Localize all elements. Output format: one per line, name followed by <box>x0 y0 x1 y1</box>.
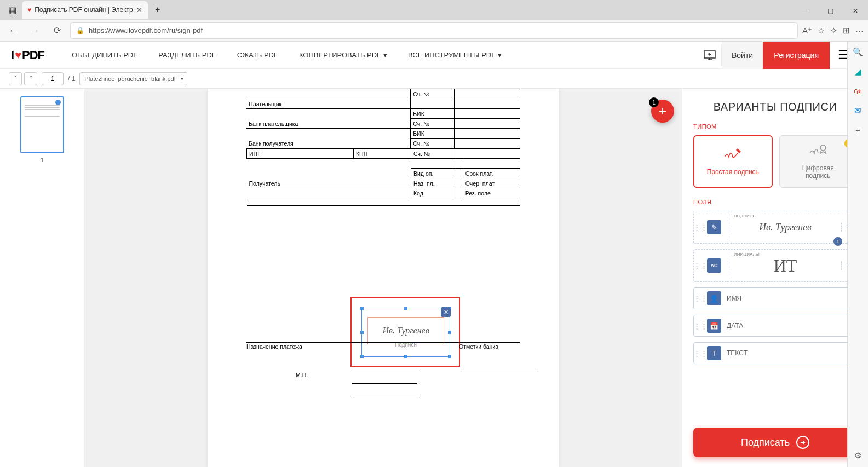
field-name[interactable]: ⋮⋮ 👤 ИМЯ <box>693 287 857 309</box>
window-close-icon[interactable]: ✕ <box>843 2 868 20</box>
heart-icon: ♥ <box>15 49 21 61</box>
nav-compress[interactable]: СЖАТЬ PDF <box>237 51 278 59</box>
text-field-icon: T <box>707 346 721 360</box>
resize-handle[interactable] <box>448 331 451 334</box>
page-up-button[interactable]: ˄ <box>9 72 22 85</box>
field-signature[interactable]: ⋮⋮ ✎ ПОДПИСЬ Ив. Тургенев ✎ 1 <box>693 211 857 244</box>
drag-handle-icon[interactable]: ⋮⋮ <box>694 322 707 330</box>
shopping-icon[interactable]: 🛍 <box>854 87 862 96</box>
cell-rez: Рез. поле <box>463 188 520 198</box>
nav-convert[interactable]: КОНВЕРТИРОВАТЬ PDF▾ <box>299 51 387 59</box>
certificate-icon <box>809 143 827 160</box>
url-input[interactable]: 🔒 https://www.ilovepdf.com/ru/sign-pdf <box>70 22 798 39</box>
field-date[interactable]: ⋮⋮ 📅 ДАТА <box>693 315 857 337</box>
remove-signature-icon[interactable]: ✕ <box>441 307 451 317</box>
field-initials[interactable]: ⋮⋮ AC ИНИЦИАЛЫ ИТ ✎ <box>693 249 857 282</box>
resize-handle[interactable] <box>360 331 364 334</box>
type-digital-label-1: Цифровая <box>802 164 834 172</box>
window-maximize-icon[interactable]: ▢ <box>818 2 843 20</box>
text-field-label: ТЕКСТ <box>727 349 748 357</box>
desktop-app-icon[interactable] <box>699 44 722 66</box>
drag-handle-icon[interactable]: ⋮⋮ <box>694 262 707 270</box>
drag-handle-icon[interactable]: ⋮⋮ <box>694 295 707 303</box>
file-name: Platezhnoe_poruchenie_blank.pdf <box>84 76 175 82</box>
file-selector[interactable]: Platezhnoe_poruchenie_blank.pdf <box>79 72 187 85</box>
drag-handle-icon[interactable]: ⋮⋮ <box>694 223 707 232</box>
add-sidebar-icon[interactable]: + <box>855 125 860 135</box>
outlook-icon[interactable]: ✉ <box>854 106 861 116</box>
new-tab-button[interactable]: + <box>150 2 165 18</box>
name-field-icon: 👤 <box>707 291 721 305</box>
cell-inn: ИНН <box>247 149 354 159</box>
fab-badge: 1 <box>649 97 659 107</box>
initials-preview-text: ИТ <box>774 256 797 276</box>
thumbnail-number: 1 <box>41 157 44 163</box>
site-logo[interactable]: I ♥ PDF <box>11 48 44 62</box>
cell-vid-op: Вид оп. <box>411 169 455 178</box>
canvas-area[interactable]: Сч. № Плательщик Банк плательщикаБИК Сч.… <box>85 89 682 467</box>
initials-field-label: ИНИЦИАЛЫ <box>734 252 760 257</box>
type-digital-label-2: подпись <box>802 172 834 180</box>
cell-payee-bank: Банк получателя <box>246 129 411 148</box>
sign-button[interactable]: Подписать ➜ <box>693 428 857 457</box>
register-button[interactable]: Регистрация <box>763 42 830 69</box>
back-button[interactable]: ← <box>4 22 22 39</box>
cell-kpp: КПП <box>354 149 411 159</box>
date-field-label: ДАТА <box>727 322 743 330</box>
extensions-icon[interactable]: ⊞ <box>843 26 850 36</box>
type-digital-signature[interactable]: ★ Цифровая подпись <box>779 135 858 188</box>
field-text[interactable]: ⋮⋮ T ТЕКСТ <box>693 342 857 364</box>
resize-handle[interactable] <box>360 307 364 310</box>
read-aloud-icon[interactable]: A⁺ <box>802 26 812 36</box>
cell-naz-pl: Наз. пл. <box>411 178 455 188</box>
nav-split[interactable]: РАЗДЕЛИТЬ PDF <box>158 51 216 59</box>
refresh-button[interactable]: ⟳ <box>48 22 66 39</box>
thumbnail-panel: 1 <box>0 89 85 467</box>
cell-payee: Получатель <box>247 159 411 188</box>
svg-point-1 <box>820 145 826 151</box>
page-down-button[interactable]: ˅ <box>24 72 37 85</box>
drag-handle-icon[interactable]: ⋮⋮ <box>694 349 707 358</box>
workspace: 1 Сч. № Плательщик Банк плательщикаБИК С… <box>0 89 868 467</box>
type-simple-signature[interactable]: Простая подпись <box>693 135 773 188</box>
favicon-icon: ♥ <box>27 6 31 14</box>
options-panel: ВАРИАНТЫ ПОДПИСИ ТИПОМ Простая подпись ★… <box>682 89 868 467</box>
cell-payer: Плательщик <box>246 99 411 109</box>
collections-icon[interactable]: ✧ <box>830 26 837 36</box>
cell-sch-no-4: Сч. № <box>411 149 455 159</box>
browser-addressbar: ← → ⟳ 🔒 https://www.ilovepdf.com/ru/sign… <box>0 20 868 42</box>
signature-pen-icon <box>723 147 742 164</box>
page-total: / 1 <box>68 75 75 83</box>
label-bank-marks: Отметки банка <box>459 343 498 350</box>
nav-alltools[interactable]: ВСЕ ИНСТРУМЕНТЫ PDF▾ <box>408 51 502 59</box>
resize-handle[interactable] <box>404 307 407 310</box>
pdf-page[interactable]: Сч. № Плательщик Банк плательщикаБИК Сч.… <box>208 89 559 467</box>
sign-button-label: Подписать <box>741 437 790 448</box>
cell-sch-no-2: Сч. № <box>411 119 455 129</box>
edge-sidebar: 🔍 ◢ 🛍 ✉ + ⚙ <box>847 42 868 467</box>
bing-icon[interactable]: ◢ <box>855 67 861 77</box>
window-minimize-icon[interactable]: — <box>792 2 818 20</box>
add-page-fab[interactable]: 1 + <box>651 100 674 123</box>
cell-srok: Срок плат. <box>463 169 520 178</box>
initials-field-icon: AC <box>707 258 721 273</box>
plus-icon: + <box>659 103 666 119</box>
site-header: I ♥ PDF ОБЪЕДИНИТЬ PDF РАЗДЕЛИТЬ PDF СЖА… <box>0 42 868 69</box>
search-icon[interactable]: 🔍 <box>853 47 863 57</box>
nav-merge[interactable]: ОБЪЕДИНИТЬ PDF <box>72 51 137 59</box>
browser-tab[interactable]: ♥ Подписать PDF онлайн | Электр ✕ <box>22 1 148 19</box>
settings-icon[interactable]: ⚙ <box>854 451 861 460</box>
forward-button: → <box>26 22 44 39</box>
favorite-icon[interactable]: ☆ <box>818 26 825 36</box>
chevron-down-icon: ▾ <box>383 51 387 59</box>
page-number-input[interactable] <box>42 72 64 85</box>
menu-icon[interactable]: ⋯ <box>855 26 864 36</box>
panel-title: ВАРИАНТЫ ПОДПИСИ <box>682 89 868 123</box>
tab-close-icon[interactable]: ✕ <box>136 6 142 14</box>
tab-actions-icon[interactable]: ▦ <box>4 2 20 18</box>
cell-sch-no-3: Сч. № <box>411 139 455 148</box>
browser-titlebar: ▦ ♥ Подписать PDF онлайн | Электр ✕ + — … <box>0 0 868 20</box>
page-thumbnail[interactable] <box>20 96 64 153</box>
cell-bik-2: БИК <box>411 129 455 139</box>
login-button[interactable]: Войти <box>722 42 763 69</box>
